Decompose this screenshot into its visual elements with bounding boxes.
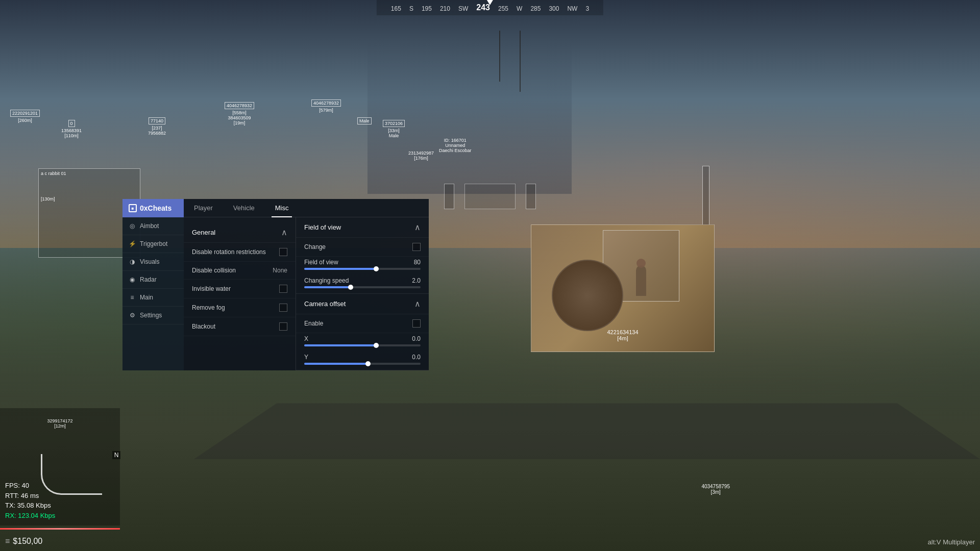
- blackout-checkbox[interactable]: [279, 322, 287, 331]
- setting-camera-enable: Enable: [296, 314, 429, 333]
- sidebar-item-label-visuals: Visuals: [140, 258, 159, 265]
- changing-speed-label: Changing speed: [304, 277, 349, 284]
- sidebar-item-radar[interactable]: ◉ Radar: [122, 271, 184, 289]
- remove-fog-checkbox[interactable]: [279, 304, 287, 312]
- fov-slider-track[interactable]: [304, 268, 421, 270]
- camera-y-track[interactable]: [304, 363, 421, 365]
- compass-heading-210: 210: [436, 4, 454, 13]
- fov-toggle[interactable]: ∧: [414, 222, 421, 232]
- red-line-indicator: [0, 528, 120, 530]
- fov-slider-container: Field of view 80: [296, 257, 429, 275]
- compass-heading-3: 3: [581, 4, 593, 13]
- camera-x-container: X 0.0: [296, 333, 429, 352]
- camera-offset-title: Camera offset: [304, 300, 346, 308]
- panel-right: Field of view ∧ Change Field of view 80: [296, 217, 429, 370]
- tab-misc[interactable]: Misc: [265, 199, 299, 217]
- tab-player[interactable]: Player: [184, 199, 223, 217]
- camera-x-track[interactable]: [304, 344, 421, 346]
- money-icon: ≡: [5, 537, 10, 546]
- fov-title: Field of view: [304, 223, 341, 231]
- sidebar-item-aimbot[interactable]: ◎ Aimbot: [122, 217, 184, 235]
- money-display: ≡ $150,00: [5, 537, 42, 546]
- disable-rotation-label: Disable rotation restrictions: [192, 248, 266, 256]
- disable-collision-value[interactable]: None: [273, 267, 287, 274]
- logo-icon: ■: [129, 204, 137, 212]
- camera-label: 4221634134 [4m]: [607, 329, 638, 341]
- main-icon: ≡: [129, 294, 136, 301]
- changing-speed-thumb: [348, 285, 353, 290]
- multiplayer-label: alt:V Multiplayer: [928, 538, 975, 546]
- radar-icon: ◉: [129, 276, 136, 283]
- compass-heading-195: 195: [418, 4, 436, 13]
- camera-offset-toggle[interactable]: ∧: [414, 299, 421, 309]
- sidebar-item-visuals[interactable]: ◑ Visuals: [122, 253, 184, 271]
- minimap-entity: 3299174172[12m]: [47, 418, 72, 429]
- fov-change-checkbox[interactable]: [412, 243, 421, 251]
- compass-heading-sw: SW: [454, 4, 472, 13]
- compass-arrow: [487, 0, 493, 5]
- camera-x-fill: [304, 344, 376, 346]
- changing-speed-row: Changing speed 2.0: [304, 277, 421, 284]
- fov-section-header: Field of view ∧: [296, 217, 429, 238]
- money-value: $150,00: [13, 537, 42, 546]
- sidebar-item-settings[interactable]: ⚙ Settings: [122, 307, 184, 324]
- changing-speed-track[interactable]: [304, 286, 421, 288]
- general-toggle[interactable]: ∧: [281, 228, 287, 237]
- perf-stats: FPS: 40 RTT: 46 ms TX: 35.08 Kbps RX: 12…: [5, 481, 55, 520]
- setting-disable-collision: Disable collision None: [184, 262, 296, 280]
- disable-collision-label: Disable collision: [192, 267, 236, 274]
- camera-y-thumb: [365, 361, 371, 366]
- compass-heading-300: 300: [545, 4, 563, 13]
- compass: 165 S 195 210 SW 243 255 W 285 300 NW 3: [377, 0, 603, 15]
- compass-heading-285: 285: [526, 4, 545, 13]
- cheat-menu: ■ 0xCheats ◎ Aimbot ⚡ Triggerbot ◑ Visua…: [122, 199, 429, 370]
- compass-heading-255: 255: [494, 4, 512, 13]
- changing-speed-value: 2.0: [412, 277, 421, 284]
- sidebar-item-label-settings: Settings: [140, 312, 162, 319]
- setting-blackout: Blackout: [184, 317, 296, 336]
- camera-y-label: Y: [304, 354, 308, 361]
- aimbot-icon: ◎: [129, 222, 136, 230]
- general-section-header: General ∧: [184, 222, 296, 243]
- changing-speed-container: Changing speed 2.0: [296, 275, 429, 293]
- settings-icon: ⚙: [129, 312, 136, 319]
- invisible-water-checkbox[interactable]: [279, 285, 287, 293]
- general-title: General: [192, 229, 215, 236]
- fov-slider-fill: [304, 268, 376, 270]
- fov-section: Field of view ∧ Change Field of view 80: [296, 217, 429, 294]
- fov-slider-value: 80: [414, 259, 421, 266]
- camera-enable-checkbox[interactable]: [412, 319, 421, 328]
- setting-fov-change: Change: [296, 238, 429, 257]
- camera-preview: 4221634134 [4m]: [531, 224, 715, 352]
- camera-enable-label: Enable: [304, 320, 323, 327]
- camera-y-row: Y 0.0: [304, 354, 421, 361]
- sidebar-item-label-aimbot: Aimbot: [140, 222, 159, 230]
- sidebar-item-label-triggerbot: Triggerbot: [140, 240, 167, 247]
- camera-x-label: X: [304, 335, 308, 342]
- compass-heading-nw: NW: [563, 4, 581, 13]
- sidebar-item-main[interactable]: ≡ Main: [122, 289, 184, 307]
- invisible-water-label: Invisible water: [192, 285, 231, 292]
- fov-slider-row: Field of view 80: [304, 259, 421, 266]
- sidebar-item-triggerbot[interactable]: ⚡ Triggerbot: [122, 235, 184, 253]
- main-panel: Player Vehicle Misc General ∧ Disable ro…: [184, 199, 429, 370]
- camera-x-row: X 0.0: [304, 335, 421, 342]
- tab-bar: Player Vehicle Misc: [184, 199, 429, 217]
- compass-heading-165: 165: [387, 4, 405, 13]
- remove-fog-label: Remove fog: [192, 304, 225, 311]
- north-indicator: N: [112, 451, 120, 459]
- setting-remove-fog: Remove fog: [184, 298, 296, 317]
- camera-offset-section: Camera offset ∧ Enable X 0.0: [296, 294, 429, 370]
- sidebar-logo-text: 0xCheats: [140, 204, 172, 212]
- visuals-icon: ◑: [129, 258, 136, 265]
- tab-vehicle[interactable]: Vehicle: [223, 199, 265, 217]
- setting-invisible-water: Invisible water: [184, 280, 296, 298]
- compass-heading-w: W: [512, 4, 526, 13]
- camera-x-thumb: [374, 343, 379, 348]
- entity-id-bottom: 4034758795 [3m]: [701, 484, 730, 495]
- panel-left: General ∧ Disable rotation restrictions …: [184, 217, 296, 370]
- blackout-label: Blackout: [192, 323, 215, 330]
- setting-disable-rotation: Disable rotation restrictions: [184, 243, 296, 262]
- panel-content: General ∧ Disable rotation restrictions …: [184, 217, 429, 370]
- disable-rotation-checkbox[interactable]: [279, 248, 287, 256]
